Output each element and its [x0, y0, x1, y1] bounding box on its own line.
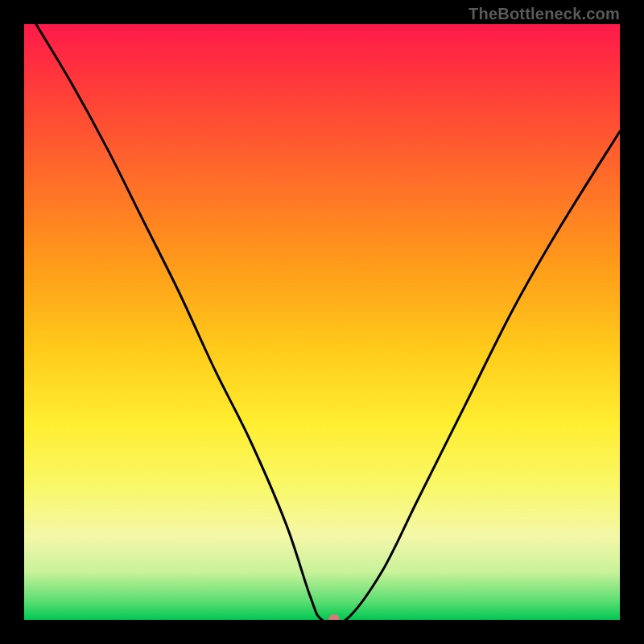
chart-frame: TheBottleneck.com: [0, 0, 644, 644]
minimum-marker: [328, 614, 340, 620]
attribution-label: TheBottleneck.com: [469, 5, 620, 23]
bottleneck-curve-path: [36, 24, 620, 620]
plot-area: [24, 24, 620, 620]
chart-svg: [24, 24, 620, 620]
